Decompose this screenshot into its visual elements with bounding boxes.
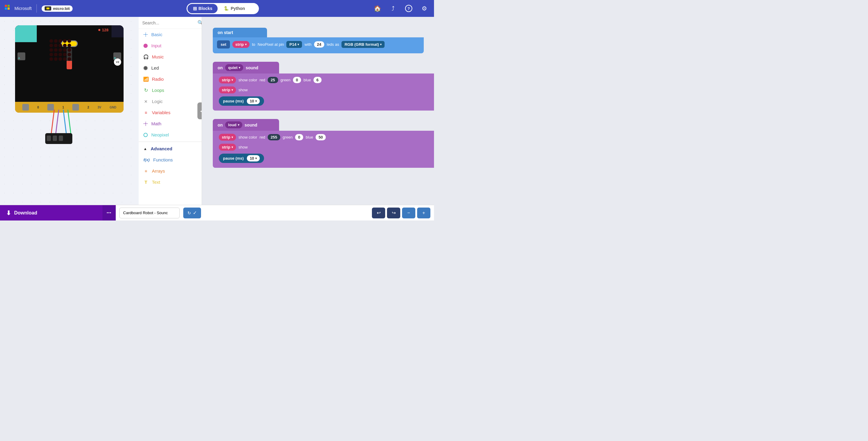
quiet-dropdown-icon: ▾ [239, 66, 240, 69]
svg-rect-6 [53, 135, 57, 141]
to-label: to [252, 42, 255, 47]
sidebar-divider [138, 141, 202, 142]
home-button[interactable]: 🏠 [373, 4, 382, 13]
device-corner-tr [112, 25, 124, 37]
blocks-mode-button[interactable]: ⊞ Blocks [187, 4, 218, 13]
sidebar-item-math[interactable]: Math [138, 118, 202, 129]
search-box: 🔍 [138, 17, 202, 29]
sidebar-item-functions[interactable]: f(x) Functions [138, 154, 202, 165]
pause-q-dropdown: ▾ [255, 99, 257, 103]
basic-label: Basic [151, 32, 162, 37]
blue-q-label: blue [304, 78, 311, 82]
loops-icon: ↻ [144, 88, 148, 93]
format-dropdown-icon: ▾ [380, 43, 381, 46]
quiet-trigger-pill[interactable]: quiet ▾ [225, 64, 243, 71]
download-more-button[interactable]: ••• [102, 205, 116, 221]
input-icon [144, 44, 148, 48]
blue-l-value[interactable]: 50 [315, 134, 326, 140]
sidebar-item-led[interactable]: Led [138, 62, 202, 73]
zoom-out-button[interactable]: − [402, 208, 415, 218]
green-q-value[interactable]: 0 [293, 77, 301, 83]
red-q-value[interactable]: 25 [268, 77, 278, 83]
leds-count-pill[interactable]: 24 [314, 41, 324, 48]
red-q-label: red [259, 78, 265, 82]
redo-button[interactable]: ↪ [387, 208, 400, 218]
loud-show-color-row: strip ▾ show color red 255 green 0 blue [219, 134, 434, 141]
red-l-value[interactable]: 255 [268, 134, 280, 140]
variables-icon: ≡ [144, 110, 148, 115]
basic-icon [144, 33, 148, 37]
undo-icon: ↩ [377, 210, 381, 216]
sidebar-collapse-button[interactable]: ◀ [197, 102, 202, 119]
strip-show-l-pill[interactable]: strip ▾ [219, 144, 236, 151]
on-start-header: on start [213, 28, 267, 37]
chevron-up-icon: ▲ [144, 147, 147, 151]
search-input[interactable] [142, 21, 195, 25]
python-label: Python [230, 6, 245, 11]
sidebar-item-text[interactable]: T Text [138, 177, 202, 188]
music-icon: 🎧 [144, 55, 148, 59]
show-color-q-label: show color [239, 78, 257, 82]
blue-q-value[interactable]: 6 [313, 77, 321, 83]
advanced-label: Advanced [151, 146, 173, 151]
on-quiet-body: strip ▾ show color red 25 green 0 blue [213, 73, 434, 111]
blocks-canvas: on start set strip ▾ to NeoPixel [208, 23, 434, 181]
help-button[interactable]: ? [404, 4, 413, 13]
sensor-module [24, 109, 115, 146]
quiet-show-color-row: strip ▾ show color red 25 green 0 blue [219, 76, 434, 84]
sidebar-item-loops[interactable]: ↻ Loops [138, 85, 202, 96]
sidebar-item-neopixel[interactable]: Neopixel [138, 129, 202, 140]
logic-label: Logic [152, 99, 163, 104]
settings-button[interactable]: ⚙ [420, 4, 429, 13]
leds-as-label: leds as [327, 42, 339, 47]
with-label: with [304, 42, 311, 47]
pin-pill[interactable]: P14 ▾ [286, 41, 302, 48]
quiet-pause-row: pause (ms) 10 ▾ [219, 96, 434, 106]
variables-label: Variables [152, 110, 170, 115]
sidebar-item-arrays[interactable]: ≡ Arrays [138, 165, 202, 177]
home-icon: 🏠 [374, 5, 381, 12]
redo-icon: ↪ [392, 210, 396, 216]
blocks-icon: ⊞ [193, 6, 197, 11]
python-icon: 🐍 [224, 6, 229, 11]
share-button[interactable]: ⤴ [388, 4, 398, 13]
save-status-button[interactable]: ↻ ✓ [183, 208, 201, 218]
main-layout: ● 128 [0, 17, 434, 205]
sidebar-item-variables[interactable]: ≡ Variables [138, 107, 202, 118]
zoom-in-button[interactable]: + [417, 208, 430, 218]
svg-rect-7 [59, 135, 63, 141]
sidebar-item-radio[interactable]: 📶 Radio [138, 73, 202, 85]
strip-q-pill[interactable]: strip ▾ [219, 76, 236, 84]
sidebar-advanced-header[interactable]: ▲ Advanced [138, 143, 202, 154]
device-green-tl [15, 25, 37, 42]
v2-label: V2 [116, 61, 119, 64]
loud-dropdown-icon: ▾ [238, 123, 239, 127]
sidebar-item-logic[interactable]: ✕ Logic [138, 96, 202, 107]
led-label: Led [151, 65, 159, 70]
format-pill[interactable]: RGB (GRB format) ▾ [341, 41, 384, 48]
button-a[interactable]: A [18, 53, 25, 60]
ms-grid-icon [5, 5, 12, 12]
strip-show-q-pill[interactable]: strip ▾ [219, 87, 236, 93]
sidebar-item-basic[interactable]: Basic [138, 29, 202, 40]
pause-q-value-pill[interactable]: 10 ▾ [247, 98, 260, 104]
functions-icon: f(x) [144, 158, 150, 162]
sound-l-label: sound [245, 123, 257, 127]
python-mode-button[interactable]: 🐍 Python [218, 4, 250, 13]
pause-l-value-pill[interactable]: 10 ▾ [247, 155, 260, 161]
sidebar-item-music[interactable]: 🎧 Music [138, 51, 202, 62]
download-button[interactable]: ⬇ Download [0, 205, 102, 221]
svg-line-0 [51, 109, 54, 134]
svg-line-3 [68, 109, 71, 134]
strip-variable-pill[interactable]: strip ▾ [232, 41, 250, 48]
sidebar-item-input[interactable]: Input [138, 40, 202, 51]
project-name-input[interactable] [119, 208, 180, 218]
led-matrix [50, 39, 71, 61]
green-l-value[interactable]: 0 [295, 134, 303, 140]
green-l-label: green [283, 135, 293, 139]
strip-l-pill[interactable]: strip ▾ [219, 134, 236, 141]
loud-trigger-pill[interactable]: loud ▾ [225, 121, 242, 128]
mode-dropdown-button[interactable]: ▾ [251, 5, 258, 12]
strip-show-l-dropdown: ▾ [231, 146, 233, 149]
undo-button[interactable]: ↩ [372, 208, 385, 218]
